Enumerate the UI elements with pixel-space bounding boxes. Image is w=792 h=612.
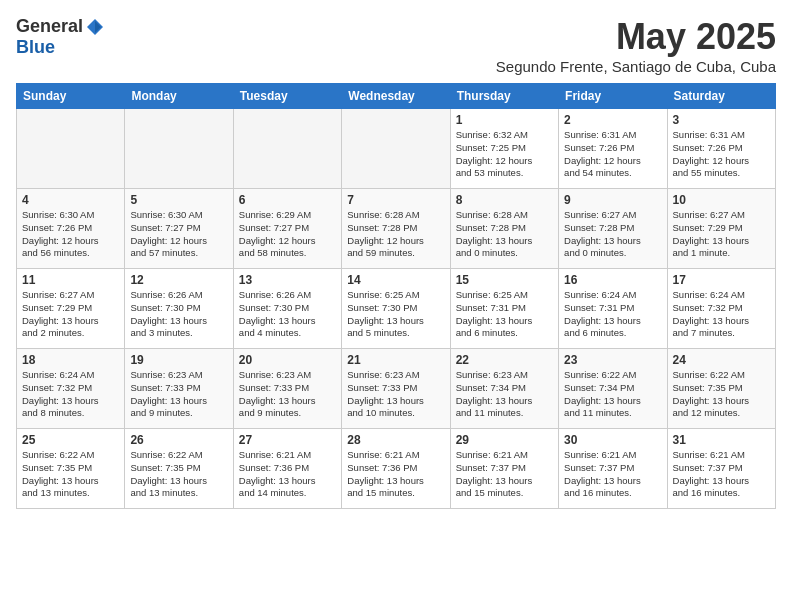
- day-info: Sunrise: 6:27 AMSunset: 7:28 PMDaylight:…: [564, 209, 661, 260]
- calendar-cell: 26Sunrise: 6:22 AMSunset: 7:35 PMDayligh…: [125, 429, 233, 509]
- day-number: 19: [130, 353, 227, 367]
- day-number: 23: [564, 353, 661, 367]
- day-number: 15: [456, 273, 553, 287]
- calendar-week-row: 11Sunrise: 6:27 AMSunset: 7:29 PMDayligh…: [17, 269, 776, 349]
- weekday-header-row: SundayMondayTuesdayWednesdayThursdayFrid…: [17, 84, 776, 109]
- day-number: 3: [673, 113, 770, 127]
- day-info: Sunrise: 6:21 AMSunset: 7:37 PMDaylight:…: [456, 449, 553, 500]
- weekday-header-tuesday: Tuesday: [233, 84, 341, 109]
- month-title: May 2025: [496, 16, 776, 58]
- logo-blue: Blue: [16, 37, 55, 58]
- calendar-table: SundayMondayTuesdayWednesdayThursdayFrid…: [16, 83, 776, 509]
- day-info: Sunrise: 6:30 AMSunset: 7:26 PMDaylight:…: [22, 209, 119, 260]
- day-number: 18: [22, 353, 119, 367]
- logo-icon: [85, 17, 105, 37]
- day-info: Sunrise: 6:22 AMSunset: 7:34 PMDaylight:…: [564, 369, 661, 420]
- day-info: Sunrise: 6:21 AMSunset: 7:37 PMDaylight:…: [564, 449, 661, 500]
- calendar-cell: 17Sunrise: 6:24 AMSunset: 7:32 PMDayligh…: [667, 269, 775, 349]
- weekday-header-sunday: Sunday: [17, 84, 125, 109]
- day-info: Sunrise: 6:24 AMSunset: 7:31 PMDaylight:…: [564, 289, 661, 340]
- calendar-cell: 29Sunrise: 6:21 AMSunset: 7:37 PMDayligh…: [450, 429, 558, 509]
- weekday-header-thursday: Thursday: [450, 84, 558, 109]
- calendar-cell: 19Sunrise: 6:23 AMSunset: 7:33 PMDayligh…: [125, 349, 233, 429]
- logo: General Blue: [16, 16, 105, 58]
- day-number: 10: [673, 193, 770, 207]
- calendar-cell: 24Sunrise: 6:22 AMSunset: 7:35 PMDayligh…: [667, 349, 775, 429]
- day-info: Sunrise: 6:22 AMSunset: 7:35 PMDaylight:…: [673, 369, 770, 420]
- day-info: Sunrise: 6:29 AMSunset: 7:27 PMDaylight:…: [239, 209, 336, 260]
- day-number: 21: [347, 353, 444, 367]
- day-number: 11: [22, 273, 119, 287]
- calendar-week-row: 18Sunrise: 6:24 AMSunset: 7:32 PMDayligh…: [17, 349, 776, 429]
- day-info: Sunrise: 6:25 AMSunset: 7:31 PMDaylight:…: [456, 289, 553, 340]
- calendar-cell: 5Sunrise: 6:30 AMSunset: 7:27 PMDaylight…: [125, 189, 233, 269]
- calendar-cell: [342, 109, 450, 189]
- day-info: Sunrise: 6:25 AMSunset: 7:30 PMDaylight:…: [347, 289, 444, 340]
- calendar-week-row: 4Sunrise: 6:30 AMSunset: 7:26 PMDaylight…: [17, 189, 776, 269]
- calendar-cell: 9Sunrise: 6:27 AMSunset: 7:28 PMDaylight…: [559, 189, 667, 269]
- calendar-week-row: 1Sunrise: 6:32 AMSunset: 7:25 PMDaylight…: [17, 109, 776, 189]
- day-number: 13: [239, 273, 336, 287]
- day-info: Sunrise: 6:22 AMSunset: 7:35 PMDaylight:…: [130, 449, 227, 500]
- day-number: 22: [456, 353, 553, 367]
- calendar-cell: 6Sunrise: 6:29 AMSunset: 7:27 PMDaylight…: [233, 189, 341, 269]
- day-info: Sunrise: 6:23 AMSunset: 7:33 PMDaylight:…: [130, 369, 227, 420]
- day-number: 7: [347, 193, 444, 207]
- weekday-header-friday: Friday: [559, 84, 667, 109]
- day-info: Sunrise: 6:31 AMSunset: 7:26 PMDaylight:…: [673, 129, 770, 180]
- day-number: 5: [130, 193, 227, 207]
- day-info: Sunrise: 6:32 AMSunset: 7:25 PMDaylight:…: [456, 129, 553, 180]
- day-number: 27: [239, 433, 336, 447]
- weekday-header-saturday: Saturday: [667, 84, 775, 109]
- day-info: Sunrise: 6:21 AMSunset: 7:36 PMDaylight:…: [239, 449, 336, 500]
- calendar-cell: 7Sunrise: 6:28 AMSunset: 7:28 PMDaylight…: [342, 189, 450, 269]
- day-info: Sunrise: 6:21 AMSunset: 7:36 PMDaylight:…: [347, 449, 444, 500]
- day-info: Sunrise: 6:23 AMSunset: 7:33 PMDaylight:…: [347, 369, 444, 420]
- calendar-cell: [233, 109, 341, 189]
- calendar-cell: 10Sunrise: 6:27 AMSunset: 7:29 PMDayligh…: [667, 189, 775, 269]
- calendar-cell: 18Sunrise: 6:24 AMSunset: 7:32 PMDayligh…: [17, 349, 125, 429]
- calendar-cell: 21Sunrise: 6:23 AMSunset: 7:33 PMDayligh…: [342, 349, 450, 429]
- day-info: Sunrise: 6:26 AMSunset: 7:30 PMDaylight:…: [239, 289, 336, 340]
- day-number: 30: [564, 433, 661, 447]
- calendar-cell: 27Sunrise: 6:21 AMSunset: 7:36 PMDayligh…: [233, 429, 341, 509]
- day-info: Sunrise: 6:26 AMSunset: 7:30 PMDaylight:…: [130, 289, 227, 340]
- calendar-cell: 28Sunrise: 6:21 AMSunset: 7:36 PMDayligh…: [342, 429, 450, 509]
- day-number: 17: [673, 273, 770, 287]
- calendar-cell: 30Sunrise: 6:21 AMSunset: 7:37 PMDayligh…: [559, 429, 667, 509]
- day-info: Sunrise: 6:22 AMSunset: 7:35 PMDaylight:…: [22, 449, 119, 500]
- title-area: May 2025 Segundo Frente, Santiago de Cub…: [496, 16, 776, 75]
- calendar-cell: 8Sunrise: 6:28 AMSunset: 7:28 PMDaylight…: [450, 189, 558, 269]
- location-title: Segundo Frente, Santiago de Cuba, Cuba: [496, 58, 776, 75]
- calendar-cell: 20Sunrise: 6:23 AMSunset: 7:33 PMDayligh…: [233, 349, 341, 429]
- day-info: Sunrise: 6:27 AMSunset: 7:29 PMDaylight:…: [22, 289, 119, 340]
- calendar-cell: 4Sunrise: 6:30 AMSunset: 7:26 PMDaylight…: [17, 189, 125, 269]
- calendar-cell: 13Sunrise: 6:26 AMSunset: 7:30 PMDayligh…: [233, 269, 341, 349]
- day-info: Sunrise: 6:21 AMSunset: 7:37 PMDaylight:…: [673, 449, 770, 500]
- calendar-cell: 25Sunrise: 6:22 AMSunset: 7:35 PMDayligh…: [17, 429, 125, 509]
- day-number: 2: [564, 113, 661, 127]
- day-number: 16: [564, 273, 661, 287]
- day-info: Sunrise: 6:24 AMSunset: 7:32 PMDaylight:…: [673, 289, 770, 340]
- calendar-cell: 3Sunrise: 6:31 AMSunset: 7:26 PMDaylight…: [667, 109, 775, 189]
- calendar-cell: [125, 109, 233, 189]
- day-info: Sunrise: 6:28 AMSunset: 7:28 PMDaylight:…: [347, 209, 444, 260]
- calendar-cell: 11Sunrise: 6:27 AMSunset: 7:29 PMDayligh…: [17, 269, 125, 349]
- day-info: Sunrise: 6:23 AMSunset: 7:34 PMDaylight:…: [456, 369, 553, 420]
- weekday-header-wednesday: Wednesday: [342, 84, 450, 109]
- day-number: 14: [347, 273, 444, 287]
- day-number: 9: [564, 193, 661, 207]
- calendar-cell: [17, 109, 125, 189]
- day-info: Sunrise: 6:24 AMSunset: 7:32 PMDaylight:…: [22, 369, 119, 420]
- day-info: Sunrise: 6:28 AMSunset: 7:28 PMDaylight:…: [456, 209, 553, 260]
- calendar-cell: 16Sunrise: 6:24 AMSunset: 7:31 PMDayligh…: [559, 269, 667, 349]
- calendar-cell: 1Sunrise: 6:32 AMSunset: 7:25 PMDaylight…: [450, 109, 558, 189]
- day-number: 6: [239, 193, 336, 207]
- calendar-cell: 31Sunrise: 6:21 AMSunset: 7:37 PMDayligh…: [667, 429, 775, 509]
- day-info: Sunrise: 6:31 AMSunset: 7:26 PMDaylight:…: [564, 129, 661, 180]
- day-info: Sunrise: 6:30 AMSunset: 7:27 PMDaylight:…: [130, 209, 227, 260]
- day-info: Sunrise: 6:27 AMSunset: 7:29 PMDaylight:…: [673, 209, 770, 260]
- calendar-cell: 12Sunrise: 6:26 AMSunset: 7:30 PMDayligh…: [125, 269, 233, 349]
- day-number: 20: [239, 353, 336, 367]
- calendar-cell: 23Sunrise: 6:22 AMSunset: 7:34 PMDayligh…: [559, 349, 667, 429]
